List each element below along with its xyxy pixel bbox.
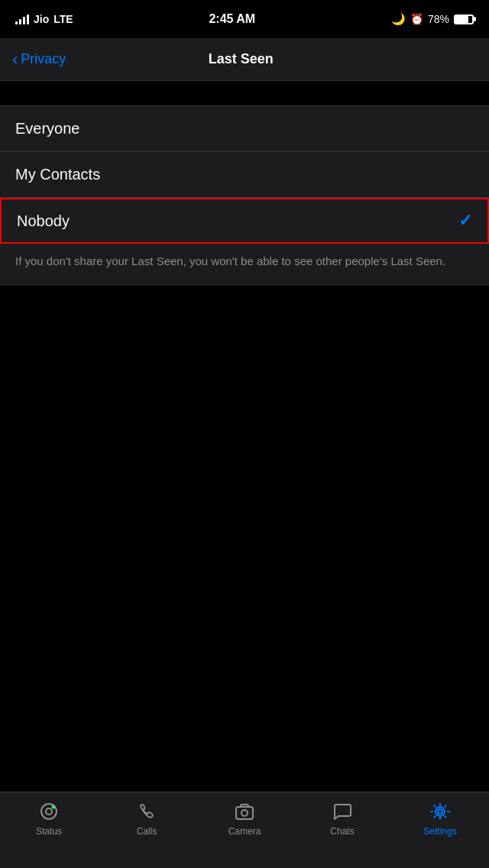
- option-my-contacts-label: My Contacts: [15, 166, 100, 183]
- carrier-label: Jio: [34, 13, 49, 25]
- tab-calls-label: Calls: [137, 826, 157, 837]
- dark-spacer: [0, 81, 489, 105]
- status-bar: Jio LTE 2:45 AM 🌙 ⏰ 78%: [0, 0, 489, 38]
- time-label: 2:45 AM: [209, 12, 255, 26]
- svg-point-5: [438, 809, 442, 814]
- info-section: If you don't share your Last Seen, you w…: [0, 244, 489, 286]
- chats-icon: [331, 800, 354, 823]
- tab-bar: Status Calls Camera Chats: [0, 792, 489, 868]
- network-type-label: LTE: [53, 13, 73, 25]
- tab-settings[interactable]: Settings: [391, 800, 489, 837]
- tab-calls[interactable]: Calls: [98, 800, 196, 837]
- svg-rect-3: [236, 807, 253, 819]
- status-icon: [37, 800, 60, 823]
- status-right: 🌙 ⏰ 78%: [391, 12, 474, 26]
- signal-icon: [15, 14, 29, 24]
- tab-camera[interactable]: Camera: [196, 800, 293, 837]
- tab-chats-label: Chats: [330, 826, 354, 837]
- svg-point-6: [436, 807, 445, 816]
- checkmark-icon: ✓: [458, 211, 472, 231]
- battery-icon: [454, 15, 474, 24]
- tab-chats[interactable]: Chats: [293, 800, 391, 837]
- navigation-bar: ‹ Privacy Last Seen: [0, 38, 489, 81]
- option-everyone-label: Everyone: [15, 120, 80, 138]
- chevron-left-icon: ‹: [12, 51, 18, 68]
- battery-percentage-label: 78%: [428, 13, 449, 25]
- option-nobody[interactable]: Nobody ✓: [0, 198, 489, 244]
- calls-icon: [135, 800, 158, 823]
- status-left: Jio LTE: [15, 13, 73, 25]
- options-list: Everyone My Contacts Nobody ✓: [0, 105, 489, 244]
- tab-settings-label: Settings: [423, 826, 456, 837]
- info-text: If you don't share your Last Seen, you w…: [15, 253, 474, 270]
- alarm-icon: ⏰: [410, 13, 423, 25]
- tab-camera-label: Camera: [228, 826, 261, 837]
- option-my-contacts[interactable]: My Contacts: [0, 152, 489, 198]
- page-title: Last Seen: [66, 51, 416, 67]
- settings-icon: [429, 800, 452, 823]
- moon-icon: 🌙: [391, 12, 406, 26]
- svg-point-1: [46, 808, 52, 815]
- back-label: Privacy: [21, 51, 66, 67]
- option-everyone[interactable]: Everyone: [0, 106, 489, 152]
- option-nobody-label: Nobody: [17, 212, 70, 230]
- tab-status[interactable]: Status: [0, 800, 98, 837]
- back-button[interactable]: ‹ Privacy: [12, 51, 66, 68]
- tab-status-label: Status: [36, 826, 62, 837]
- svg-point-2: [52, 805, 56, 809]
- camera-icon: [233, 800, 256, 823]
- svg-point-4: [241, 810, 248, 816]
